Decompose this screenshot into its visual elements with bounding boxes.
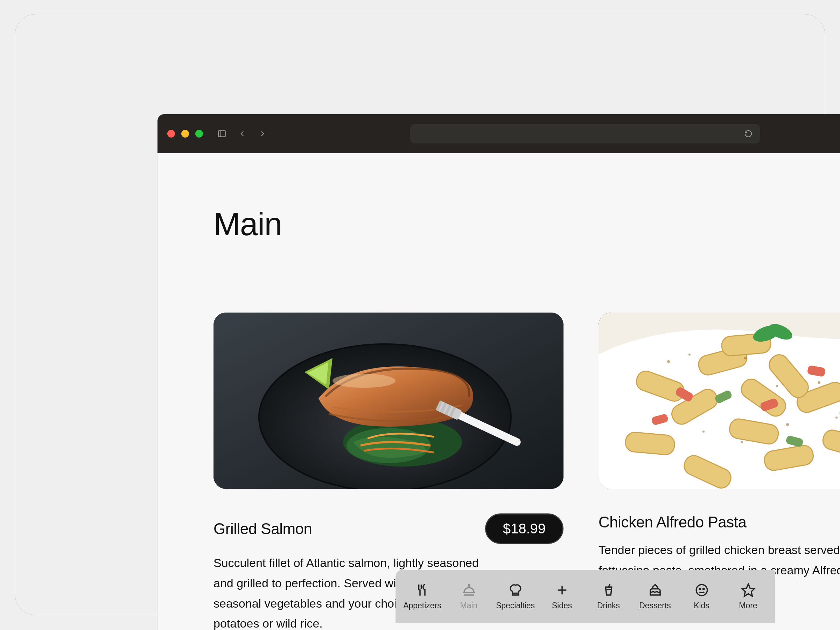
smiley-icon [695,583,709,597]
cake-icon [648,583,663,597]
window-close-button[interactable] [167,130,175,137]
menu-item-image [213,313,564,489]
window-minimize-button[interactable] [181,130,189,137]
category-nav: Appetizers Main Specialties Sides Drinks… [395,570,775,623]
address-bar[interactable] [410,124,760,144]
svg-point-38 [688,354,690,355]
page-content: Main [158,153,840,630]
svg-point-7 [333,374,395,388]
nav-label: Specialties [496,601,535,610]
nav-label: Main [460,601,478,610]
svg-point-48 [468,584,470,586]
cup-icon [601,583,616,597]
fork-knife-icon [415,583,430,597]
svg-point-44 [835,417,838,418]
traffic-lights [167,130,203,137]
svg-point-56 [699,588,701,589]
svg-point-57 [703,588,704,589]
page-title: Main [213,206,784,243]
svg-point-40 [776,385,778,387]
window-zoom-button[interactable] [195,130,203,137]
nav-label: Appetizers [403,601,441,610]
nav-label: More [739,601,757,610]
nav-appetizers[interactable]: Appetizers [400,583,445,610]
svg-point-45 [741,441,743,443]
reload-icon[interactable] [744,129,753,138]
nav-specialties[interactable]: Specialties [493,583,538,610]
nav-main[interactable]: Main [446,583,492,610]
svg-marker-58 [742,584,754,596]
nav-label: Sides [552,601,572,610]
nav-label: Kids [694,601,709,610]
dish-icon [462,583,476,597]
nav-more[interactable]: More [726,583,771,610]
menu-item-title: Chicken Alfredo Pasta [598,513,746,531]
svg-point-55 [696,584,707,596]
menu-item-header: Grilled Salmon $18.99 [213,513,564,544]
nav-kids[interactable]: Kids [679,583,725,610]
svg-point-42 [703,431,704,433]
menu-item-header: Chicken Alfredo Pasta [598,513,840,531]
menu-item-title: Grilled Salmon [213,520,312,538]
svg-point-37 [667,360,670,363]
nav-desserts[interactable]: Desserts [632,583,678,610]
nav-label: Drinks [597,601,620,610]
svg-point-43 [786,423,789,426]
browser-titlebar [158,114,840,153]
star-icon [741,583,756,597]
plus-icon [555,583,570,597]
browser-window: Main [158,114,840,630]
nav-sides[interactable]: Sides [539,583,585,610]
svg-rect-22 [625,431,675,455]
svg-rect-0 [218,131,226,136]
nav-back-icon[interactable] [237,128,248,139]
svg-point-39 [744,357,747,360]
menu-item-image [598,313,840,489]
chef-hat-icon [508,583,523,597]
nav-label: Desserts [639,601,671,610]
svg-point-41 [818,381,820,384]
nav-drinks[interactable]: Drinks [586,583,632,610]
sidebar-toggle-icon[interactable] [216,128,227,139]
menu-item-price[interactable]: $18.99 [485,513,564,544]
nav-forward-icon[interactable] [257,128,268,139]
